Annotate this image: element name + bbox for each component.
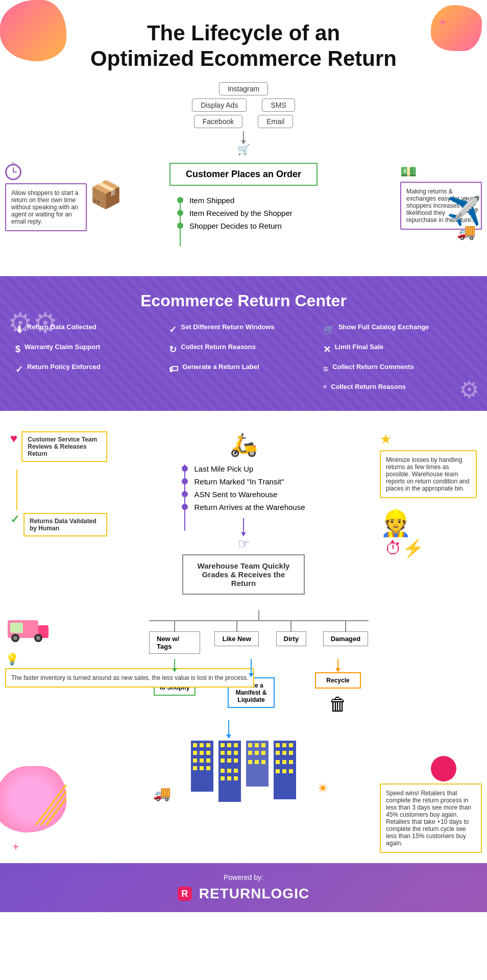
truck-svg	[5, 615, 51, 646]
svg-rect-58	[289, 760, 293, 764]
transit-left-col: ♥ Customer Service Team Reviews & Releas…	[10, 426, 107, 595]
transit-right-note: Minimize losses by handling returns as f…	[380, 450, 477, 498]
validated-label-box: Returns Data Validated by Human	[23, 513, 107, 536]
svg-point-6	[36, 636, 40, 640]
return-item-label-3: Show Full Catalog Exchange	[338, 323, 429, 331]
heart-icon: ♥	[10, 431, 17, 446]
step-shipped-label: Item Shipped	[189, 196, 234, 205]
svg-rect-47	[255, 760, 259, 764]
validated-label-text: Returns Data Validated by Human	[30, 518, 96, 532]
arrow-head-purple	[241, 532, 246, 536]
arrow-to-restock	[174, 659, 175, 669]
clock-lightning-icon: ⏱⚡	[385, 538, 477, 558]
cs-label-text: Customer Service Team Reviews & Releases…	[28, 436, 97, 457]
order-section: Instagram Display Ads SMS Facebook Email…	[0, 82, 487, 276]
channel-email: Email	[258, 115, 293, 128]
svg-rect-46	[248, 760, 252, 764]
checkmark-icon-1: ✓	[169, 324, 177, 335]
return-item-label-4: Warranty Claim Support	[25, 343, 100, 351]
svg-rect-12	[200, 743, 204, 747]
channel-display-ads: Display Ads	[192, 99, 247, 112]
left-bottom-note-text: The faster inventory is turned around as…	[11, 674, 248, 681]
svg-rect-52	[289, 743, 293, 747]
transit-layout: ♥ Customer Service Team Reviews & Releas…	[10, 426, 477, 595]
return-item-label-7: Return Policy Enforced	[27, 363, 101, 371]
delivery-bike-icon: 🛵	[230, 431, 258, 458]
checkmark-icon-2: ✓	[15, 364, 23, 375]
powered-by-label: Powered by:	[10, 873, 477, 881]
return-item-label-9-show: Collect Return Comments	[332, 363, 414, 371]
svg-rect-60	[282, 769, 286, 773]
footer-logo-area: R RETURNLOGIC	[10, 886, 477, 902]
svg-rect-45	[261, 751, 265, 755]
svg-rect-32	[234, 758, 238, 763]
svg-rect-15	[200, 751, 204, 755]
svg-rect-29	[234, 751, 238, 755]
return-item-limit-sale: ✕ Limit Final Sale	[323, 343, 472, 355]
tree-top-line	[258, 610, 259, 620]
step-return: Shopper Decides to Return	[177, 222, 310, 230]
svg-rect-55	[289, 751, 293, 755]
label-icon: 🏷	[169, 364, 178, 375]
cs-label-box: Customer Service Team Reviews & Releases…	[21, 431, 107, 462]
steps-connector-line	[180, 200, 181, 246]
svg-rect-11	[193, 743, 197, 747]
lightbulb-icon: 💡	[5, 653, 254, 666]
left-bottom-note-box: The faster inventory is turned around as…	[5, 668, 254, 688]
svg-rect-20	[193, 766, 197, 770]
svg-rect-48	[261, 760, 265, 764]
building-1	[189, 741, 215, 792]
svg-rect-42	[261, 743, 265, 747]
step-return-label: Shopper Decides to Return	[189, 222, 282, 230]
channel-row-1: Instagram	[31, 82, 456, 95]
channel-instagram: Instagram	[219, 82, 268, 95]
order-steps: Item Shipped Item Received by the Shoppe…	[177, 196, 310, 230]
return-item-catalog-exchange: 🛒 Show Full Catalog Exchange	[323, 323, 472, 335]
building-3	[245, 741, 270, 787]
svg-rect-36	[221, 776, 225, 780]
building-2	[217, 741, 242, 802]
channel-row-3: Facebook Email	[31, 115, 456, 128]
list2-icon: ≡	[323, 383, 327, 390]
tree-branch-dirty: Dirty	[273, 621, 309, 654]
svg-rect-19	[206, 758, 210, 763]
svg-rect-57	[282, 760, 286, 764]
svg-rect-22	[206, 766, 210, 770]
transit-center-col: 🛵 Last Mile Pick Up Return Marked "In Tr…	[107, 426, 380, 595]
svg-rect-59	[276, 769, 280, 773]
grade-cat-damaged: Damaged	[323, 631, 369, 646]
return-center-section: ⚙⚙ ⚙ Ecommerce Return Center ⬇ Return Da…	[0, 276, 487, 411]
transit-step-1: Last Mile Pick Up	[182, 464, 305, 473]
speed-note-text: Speed wins! Retailers that complete the …	[386, 790, 471, 847]
main-title: The Lifecycle of an Optimized Ecommerce …	[41, 20, 446, 72]
return-item-policy-enforced: ✓ Return Policy Enforced	[15, 363, 164, 375]
return-item-comments-label-show: Collect Return Reasons	[331, 383, 406, 390]
footer: Powered by: R RETURNLOGIC	[0, 863, 487, 912]
svg-rect-53	[276, 751, 280, 755]
gear-right: ⚙	[459, 376, 479, 403]
svg-rect-56	[276, 760, 280, 764]
grading-tree-section: 💡 The faster inventory is turned around …	[0, 610, 487, 720]
svg-rect-16	[206, 751, 210, 755]
transit-step-label-1: Last Mile Pick Up	[194, 464, 253, 473]
svg-rect-24	[221, 743, 225, 747]
star-icon: ★	[380, 431, 392, 447]
return-item-label-5: Collect Return Reasons	[181, 343, 256, 351]
svg-rect-40	[248, 743, 252, 747]
channels-container: Instagram Display Ads SMS Facebook Email…	[31, 82, 456, 230]
x-icon: ✕	[323, 344, 331, 355]
blob-decoration-left	[0, 0, 66, 61]
arrow-to-manifest	[251, 659, 252, 674]
svg-rect-44	[255, 751, 259, 755]
return-center-title: Ecommerce Return Center	[15, 291, 472, 310]
svg-rect-30	[221, 758, 225, 763]
recycle-box: Recycle	[315, 672, 360, 689]
cart-icon: 🛒	[31, 143, 456, 156]
transit-step-2: Return Marked "In Transit"	[182, 477, 305, 486]
building-4	[272, 741, 298, 799]
return-item-collect-reasons: ≡ Return Policy Enforced Collect Return …	[323, 363, 472, 375]
svg-rect-18	[200, 758, 204, 763]
svg-rect-28	[227, 751, 231, 755]
branch-line-damaged	[345, 621, 346, 631]
return-item-label-6: Limit Final Sale	[335, 343, 383, 351]
